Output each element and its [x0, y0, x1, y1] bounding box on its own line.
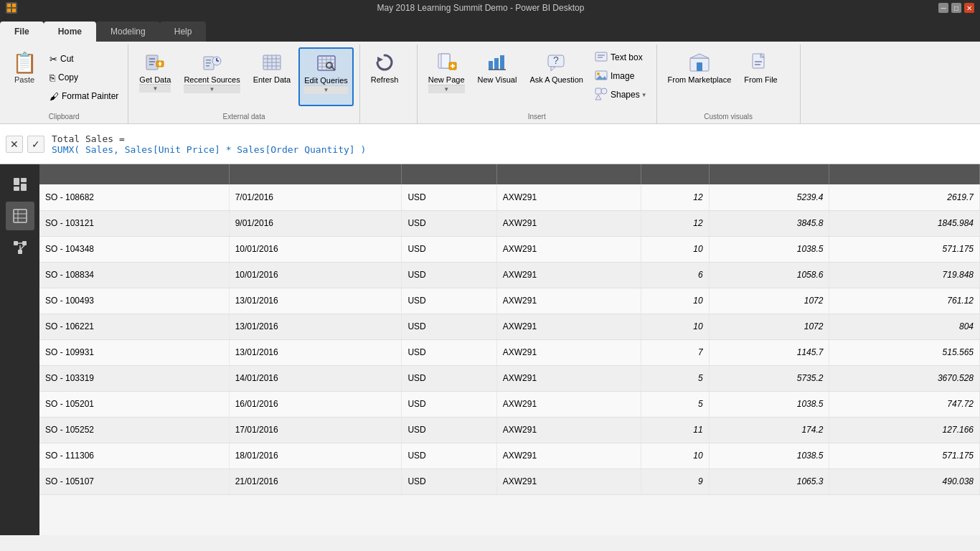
- clipboard-small-buttons: ✂ Cut ⎘ Copy 🖌 Format Painter: [46, 47, 122, 105]
- table-cell: USD: [402, 443, 496, 468]
- table-cell: 10: [641, 236, 709, 262]
- ask-question-icon: ?: [545, 51, 568, 74]
- external-data-section: Get Data ▼: [128, 44, 359, 123]
- formula-controls: ✕ ✓: [6, 136, 44, 153]
- tab-file[interactable]: File: [0, 22, 44, 42]
- table-cell: 7: [641, 339, 709, 365]
- table-cell: 1058.6: [709, 262, 829, 288]
- svg-rect-53: [595, 88, 601, 94]
- table-cell: USD: [402, 184, 496, 210]
- edit-queries-button[interactable]: Edit Queries ▼: [298, 47, 354, 106]
- format-painter-button[interactable]: 🖌 Format Painter: [46, 88, 122, 105]
- table-cell: USD: [402, 391, 496, 417]
- recent-sources-label-area: Recent Sources ▼: [184, 75, 240, 93]
- svg-marker-57: [690, 54, 709, 58]
- table-cell: 127.166: [829, 417, 980, 443]
- table-cell: USD: [402, 365, 496, 391]
- maximize-btn[interactable]: □: [951, 3, 961, 13]
- col-header-product: [496, 164, 641, 184]
- table-row: SO - 10434810/01/2016USDAXW291101038.557…: [39, 236, 980, 262]
- left-sidebar: [0, 164, 39, 535]
- table-cell: 12: [641, 184, 709, 210]
- table-cell: 3845.8: [709, 210, 829, 236]
- table-cell: AXW291: [496, 391, 641, 417]
- tab-home[interactable]: Home: [44, 22, 96, 42]
- table-cell: 1065.3: [709, 468, 829, 494]
- sidebar-data-icon[interactable]: [6, 202, 34, 230]
- copy-button[interactable]: ⎘ Copy: [46, 69, 122, 86]
- svg-rect-7: [149, 64, 154, 65]
- minimize-btn[interactable]: ─: [938, 3, 948, 13]
- table-row: SO - 10993113/01/2016USDAXW29171145.7515…: [39, 339, 980, 365]
- table-cell: USD: [402, 468, 496, 494]
- paste-label: Paste: [14, 75, 34, 85]
- close-btn[interactable]: ✕: [964, 3, 974, 13]
- svg-marker-45: [551, 67, 555, 71]
- from-marketplace-button[interactable]: From Marketplace: [663, 47, 737, 106]
- formula-name: Total Sales =: [52, 133, 974, 144]
- shapes-button[interactable]: Shapes ▼: [591, 86, 651, 103]
- shapes-dropdown-arrow: ▼: [641, 92, 647, 98]
- get-data-button[interactable]: Get Data ▼: [134, 47, 176, 106]
- refresh-icon: [373, 51, 396, 74]
- table-cell: SO - 108682: [39, 184, 229, 210]
- tab-help[interactable]: Help: [160, 22, 207, 42]
- svg-rect-73: [18, 250, 22, 254]
- from-file-button[interactable]: From File: [739, 47, 782, 106]
- sidebar-report-icon[interactable]: [6, 170, 34, 199]
- get-data-icon: [143, 51, 166, 74]
- image-button[interactable]: Image: [591, 67, 651, 85]
- table-cell: AXW291: [496, 417, 641, 443]
- from-file-icon: [749, 51, 772, 74]
- svg-rect-47: [595, 52, 607, 61]
- recent-sources-label: Recent Sources: [184, 75, 240, 85]
- table-cell: SO - 109931: [39, 339, 229, 365]
- ask-question-button[interactable]: ? Ask A Question: [524, 47, 588, 106]
- text-box-icon: [595, 50, 608, 65]
- get-data-label: Get Data: [139, 75, 171, 84]
- sidebar-model-icon[interactable]: [6, 233, 34, 262]
- formula-content: Total Sales = SUMX( Sales, Sales[Unit Pr…: [52, 133, 974, 155]
- svg-rect-0: [7, 4, 11, 7]
- table-cell: AXW291: [496, 443, 641, 468]
- main-area: SO - 1086827/01/2016USDAXW291125239.4261…: [0, 164, 980, 535]
- formula-confirm-button[interactable]: ✓: [27, 136, 44, 153]
- paste-icon: 📋: [13, 51, 36, 74]
- table-cell: USD: [402, 339, 496, 365]
- formula-cancel-button[interactable]: ✕: [6, 136, 23, 153]
- tab-modeling[interactable]: Modeling: [96, 22, 160, 42]
- cut-button[interactable]: ✂ Cut: [46, 50, 122, 67]
- table-cell: 9/01/2016: [229, 210, 402, 236]
- recent-sources-arrow: ▼: [184, 85, 240, 93]
- table-cell: 1072: [709, 314, 829, 339]
- table-cell: 1845.984: [829, 210, 980, 236]
- table-cell: 10: [641, 314, 709, 339]
- table-cell: 1038.5: [709, 443, 829, 468]
- table-cell: AXW291: [496, 468, 641, 494]
- new-visual-label: New Visual: [478, 75, 517, 84]
- recent-sources-button[interactable]: Recent Sources ▼: [179, 47, 245, 106]
- svg-point-54: [601, 88, 607, 94]
- text-box-button[interactable]: Text box: [591, 49, 651, 66]
- new-visual-icon: [486, 51, 509, 74]
- data-area: SO - 1086827/01/2016USDAXW291125239.4261…: [39, 164, 980, 535]
- col-header-total: [829, 164, 980, 184]
- enter-data-button[interactable]: Enter Data: [248, 47, 296, 106]
- get-data-arrow: ▼: [139, 84, 171, 93]
- title-bar-icons: [6, 2, 17, 14]
- new-visual-button[interactable]: New Visual: [473, 47, 522, 106]
- insert-section-label: Insert: [418, 113, 656, 121]
- paste-button[interactable]: 📋 Paste: [6, 47, 43, 90]
- refresh-button[interactable]: Refresh: [366, 47, 404, 106]
- edit-queries-icon: [315, 52, 338, 75]
- new-page-button[interactable]: New Page ▼: [423, 47, 470, 106]
- table-cell: 7/01/2016: [229, 184, 402, 210]
- table-cell: 12: [641, 210, 709, 236]
- image-label: Image: [611, 71, 634, 81]
- table-cell: 14/01/2016: [229, 365, 402, 391]
- svg-line-76: [20, 245, 24, 250]
- table-cell: 18/01/2016: [229, 443, 402, 468]
- table-cell: 11: [641, 417, 709, 443]
- tab-bar: File Home Modeling Help: [0, 16, 980, 42]
- table-row: SO - 10331914/01/2016USDAXW29155735.2367…: [39, 365, 980, 391]
